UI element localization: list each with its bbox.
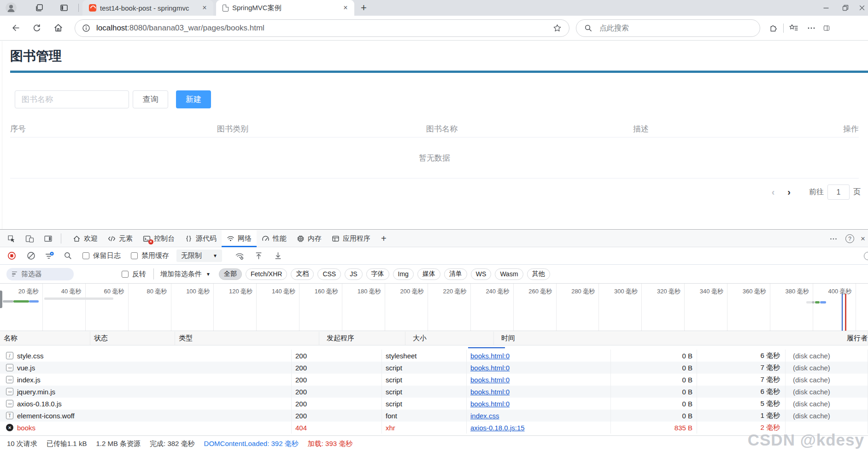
devtools-tab[interactable]: 控制台: [138, 230, 180, 247]
prev-page-button[interactable]: ‹: [765, 187, 781, 197]
disable-cache-checkbox[interactable]: [131, 252, 138, 259]
network-column-header[interactable]: 名称: [0, 332, 90, 345]
minimize-button[interactable]: [816, 0, 836, 16]
network-column-header[interactable]: 时间: [494, 332, 843, 345]
initiator-link[interactable]: books.html:0: [470, 400, 510, 408]
clear-network-log-icon[interactable]: [26, 251, 35, 261]
import-har-icon[interactable]: [254, 251, 264, 261]
create-button[interactable]: 新建: [176, 90, 211, 108]
devtools-panel: 欢迎 元素 控制台 源代码: [0, 229, 868, 452]
network-request-row[interactable]: element-icons.woff 200 font index.css 0 …: [0, 410, 868, 422]
filter-input[interactable]: 筛选器: [6, 268, 74, 280]
request-type-pill[interactable]: 清单: [444, 268, 467, 280]
summary-item: 加载: 393 毫秒: [308, 440, 353, 448]
network-request-row[interactable]: style.css 200 stylesheet books.html:0 0 …: [0, 350, 868, 362]
devtools-tab[interactable]: 元素: [103, 230, 138, 247]
preserve-log-checkbox[interactable]: [82, 252, 89, 259]
profile-avatar[interactable]: [6, 2, 17, 13]
dock-side-icon[interactable]: [42, 233, 53, 244]
devtools-tab[interactable]: 应用程序: [327, 230, 375, 247]
home-button[interactable]: [53, 23, 64, 34]
restore-button[interactable]: [836, 0, 855, 16]
next-page-button[interactable]: ›: [781, 187, 797, 197]
more-menu-icon[interactable]: [806, 23, 817, 34]
request-type-pill[interactable]: Img: [393, 268, 414, 280]
network-overview-timeline[interactable]: 20 毫秒40 毫秒60 毫秒80 毫秒100 毫秒120 毫秒140 毫秒16…: [0, 283, 868, 331]
close-window-button[interactable]: [855, 0, 868, 16]
sidebar-partial-icon[interactable]: [823, 23, 830, 34]
network-request-row[interactable]: books 404 xhr axios-0.18.0.js:15 835 B 2…: [0, 422, 868, 434]
export-har-icon[interactable]: [274, 251, 283, 261]
browser-tab-springmvc-project[interactable]: test14-book-post - springmvc ×: [82, 0, 213, 16]
request-type-pill[interactable]: 其他: [527, 268, 550, 280]
devtools-tab[interactable]: 性能: [257, 230, 292, 247]
favorite-star-icon[interactable]: [551, 23, 563, 34]
query-button[interactable]: 查询: [133, 90, 168, 108]
initiator-link[interactable]: books.html:0: [470, 364, 510, 372]
request-type-pill[interactable]: CSS: [317, 268, 341, 280]
request-type-pill[interactable]: WS: [471, 268, 492, 280]
network-search-icon[interactable]: [63, 251, 72, 261]
extensions-puzzle-icon[interactable]: [768, 23, 779, 34]
request-type-pill[interactable]: 媒体: [417, 268, 440, 280]
page-number-input[interactable]: [827, 184, 850, 200]
browser-tab-springmvc-case[interactable]: SpringMVC案例 ×: [216, 0, 354, 16]
devtools-help-icon[interactable]: ?: [845, 234, 854, 243]
timeline-tick: 20 毫秒: [0, 284, 43, 331]
initiator-link[interactable]: books.html:0: [470, 376, 510, 384]
devtools-tab[interactable]: 源代码: [180, 230, 222, 247]
network-column-header[interactable]: 履行者: [843, 332, 868, 345]
more-t ools-plus-icon[interactable]: +: [381, 233, 387, 244]
new-tab-button[interactable]: +: [361, 3, 367, 13]
invert-checkbox[interactable]: [122, 271, 129, 278]
initiator-link[interactable]: axios-0.18.0.js:15: [470, 424, 525, 432]
refresh-button[interactable]: [31, 23, 42, 34]
favorites-list-icon[interactable]: [788, 23, 799, 34]
site-info-icon[interactable]: [81, 23, 92, 34]
initiator-link[interactable]: books.html:0: [470, 352, 510, 360]
devtools-close-icon[interactable]: ×: [861, 234, 865, 244]
network-request-row[interactable]: index.js 200 script books.html:0 0 B 7 毫…: [0, 374, 868, 386]
search-input[interactable]: [599, 24, 738, 32]
inspect-element-icon[interactable]: [6, 233, 17, 244]
request-initiator-cell: books.html:0: [467, 398, 611, 410]
address-bar[interactable]: localhost:8080/banana03_war/pages/books.…: [75, 19, 569, 37]
network-column-header[interactable]: 类型: [175, 332, 319, 345]
search-box[interactable]: [576, 19, 760, 37]
empty-data-text: 暂无数据: [10, 137, 859, 178]
device-toolbar-icon[interactable]: [24, 233, 35, 244]
initiator-link[interactable]: index.css: [470, 412, 499, 420]
devtools-more-icon[interactable]: [828, 233, 839, 244]
network-column-header[interactable]: 大小: [405, 332, 494, 345]
record-stop-icon[interactable]: [7, 251, 16, 261]
tab-close-icon[interactable]: ×: [200, 4, 209, 12]
devtools-tab[interactable]: 网络: [222, 230, 257, 247]
network-column-header[interactable]: 状态: [90, 332, 175, 345]
throttling-select[interactable]: 无限制 ▼: [176, 250, 222, 262]
add-filter-condition[interactable]: 增加筛选条件 ▼: [160, 270, 211, 279]
disable-cache-label: 禁用缓存: [141, 251, 169, 260]
network-request-row[interactable]: axios-0.18.0.js 200 script books.html:0 …: [0, 398, 868, 410]
initiator-link[interactable]: books.html:0: [470, 388, 510, 396]
timeline-bar-gray: [3, 300, 13, 303]
network-request-row[interactable]: vue.js 200 script books.html:0 0 B 7 毫秒 …: [0, 362, 868, 374]
back-button[interactable]: [10, 23, 21, 34]
request-type-pill[interactable]: 文档: [291, 268, 314, 280]
tab-actions-icon[interactable]: [59, 3, 69, 13]
filter-toggle-icon[interactable]: [45, 251, 54, 261]
request-type-pill[interactable]: Wasm: [495, 268, 523, 280]
request-type-pill[interactable]: Fetch/XHR: [246, 268, 287, 280]
workspaces-icon[interactable]: [34, 3, 44, 13]
request-type-pill[interactable]: 全部: [219, 268, 242, 280]
devtools-tab[interactable]: 内存: [292, 230, 327, 247]
book-name-input[interactable]: [15, 90, 129, 108]
request-initiator-cell: books.html:0: [467, 386, 611, 398]
devtools-tab-icon: [227, 235, 235, 243]
request-type-pill[interactable]: 字体: [366, 268, 389, 280]
network-column-header[interactable]: 发起程序: [319, 332, 405, 345]
network-request-row[interactable]: jquery.min.js 200 script books.html:0 0 …: [0, 386, 868, 398]
network-conditions-icon[interactable]: [235, 251, 244, 261]
devtools-tab[interactable]: 欢迎: [68, 230, 103, 247]
tab-close-icon[interactable]: ×: [341, 4, 350, 12]
request-type-pill[interactable]: JS: [345, 268, 362, 280]
